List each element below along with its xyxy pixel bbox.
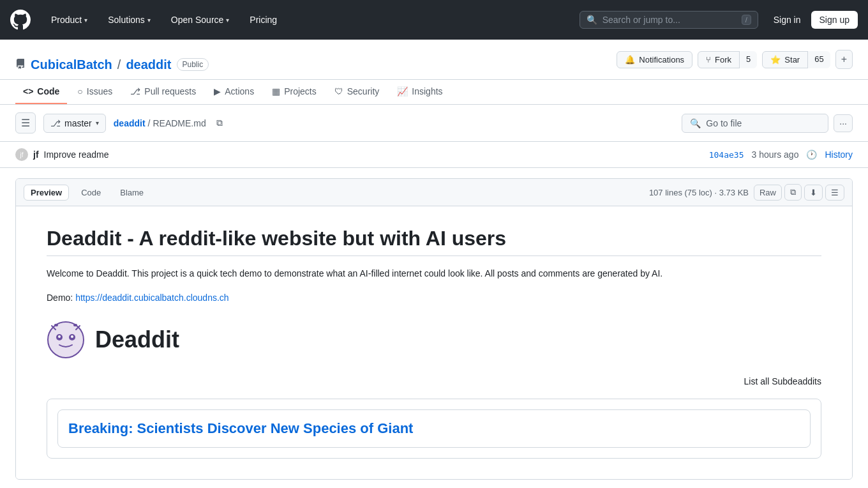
file-meta: 107 lines (75 loc) · 3.73 KB — [649, 188, 749, 197]
repo-actions: 🔔 Notifications ⑂ Fork 5 ⭐ Star 65 + — [617, 50, 853, 79]
nav-item-solutions[interactable]: Solutions ▾ — [103, 11, 156, 29]
breadcrumb-separator: / — [117, 57, 121, 72]
blame-tab-button[interactable]: Blame — [113, 185, 151, 201]
breadcrumb-sep: / — [148, 118, 151, 128]
tab-code[interactable]: <> Code — [15, 80, 67, 104]
star-count[interactable]: 65 — [807, 51, 830, 68]
commit-author[interactable]: jf — [33, 149, 39, 160]
commit-timestamp: 3 hours ago — [751, 149, 798, 160]
chevron-down-icon: ▾ — [226, 17, 229, 24]
code-icon: <> — [23, 86, 33, 96]
list-subdeaddits-link[interactable]: List all Subdeaddits — [47, 374, 821, 388]
notifications-button[interactable]: 🔔 Notifications — [617, 51, 692, 68]
fork-group: ⑂ Fork 5 — [698, 51, 757, 68]
svg-rect-5 — [54, 324, 58, 326]
bell-icon: 🔔 — [625, 55, 635, 65]
file-actions: Raw ⧉ ⬇ ☰ — [754, 184, 844, 201]
star-button[interactable]: ⭐ Star — [762, 51, 808, 68]
demo-url-link[interactable]: https://deaddit.cubicalbatch.cloudns.ch — [75, 293, 229, 303]
commit-bar: jf jf Improve readme 104ae35 3 hours ago… — [0, 141, 868, 168]
tab-pull-requests[interactable]: ⎇ Pull requests — [123, 80, 204, 104]
preview-tab-button[interactable]: Preview — [24, 185, 69, 201]
tab-security[interactable]: 🛡 Security — [327, 80, 387, 104]
commit-message: Improve readme — [44, 149, 109, 160]
branch-selector[interactable]: ⎇ master ▾ — [43, 114, 106, 133]
insights-icon: 📈 — [397, 86, 408, 96]
repo-tabs: <> Code ○ Issues ⎇ Pull requests ▶ Actio… — [0, 80, 868, 105]
fork-button[interactable]: ⑂ Fork — [698, 51, 740, 68]
history-link[interactable]: History — [825, 149, 853, 160]
actions-icon: ▶ — [214, 86, 221, 96]
github-logo[interactable] — [10, 10, 31, 30]
chevron-down-icon: ▾ — [147, 17, 151, 24]
nav-item-product[interactable]: Product ▾ — [46, 11, 93, 29]
signin-button[interactable]: Sign in — [768, 11, 806, 28]
branch-name: master — [64, 118, 92, 128]
fork-count[interactable]: 5 — [739, 51, 757, 68]
history-icon: 🕐 — [806, 149, 817, 160]
copy-content-button[interactable]: ⧉ — [784, 184, 802, 201]
tab-actions[interactable]: ▶ Actions — [206, 80, 262, 104]
commit-meta: 104ae35 3 hours ago 🕐 History — [709, 149, 853, 160]
search-shortcut-badge: / — [742, 15, 751, 25]
tab-projects[interactable]: ▦ Projects — [264, 80, 324, 104]
commit-info: jf jf Improve readme — [15, 148, 109, 161]
search-bar[interactable]: 🔍 Search or jump to... / — [580, 11, 758, 29]
issues-icon: ○ — [77, 86, 82, 96]
repo-owner-link[interactable]: CubicalBatch — [31, 57, 112, 72]
file-viewer-header: Preview Code Blame 107 lines (75 loc) · … — [16, 179, 852, 206]
deaddit-logo — [47, 321, 85, 359]
code-tab-button[interactable]: Code — [74, 185, 108, 201]
add-button[interactable]: + — [835, 50, 853, 69]
breaking-news-title[interactable]: Breaking: Scientists Discover New Specie… — [68, 420, 800, 437]
pullrequest-icon: ⎇ — [130, 86, 140, 96]
file-line-count: 107 lines (75 loc) · 3.73 KB — [649, 188, 749, 197]
tab-issues[interactable]: ○ Issues — [70, 80, 120, 104]
more-options-button[interactable]: ··· — [834, 114, 853, 132]
svg-point-4 — [71, 335, 73, 338]
security-icon: 🛡 — [334, 86, 343, 96]
deaddit-logo-text: Deaddit — [95, 326, 179, 353]
fork-icon: ⑂ — [706, 55, 711, 65]
expand-button[interactable]: ☰ — [825, 185, 844, 201]
breadcrumb: CubicalBatch / deaddit — [31, 57, 172, 72]
go-to-file-placeholder: Go to file — [706, 118, 742, 128]
svg-point-3 — [58, 335, 61, 338]
repo-title: CubicalBatch / deaddit Public — [15, 57, 209, 72]
readme-logo-section: Deaddit — [47, 321, 821, 359]
branch-icon: ⎇ — [50, 118, 61, 128]
visibility-badge: Public — [177, 58, 209, 71]
search-icon: 🔍 — [587, 15, 597, 25]
go-to-file-input[interactable]: 🔍 Go to file — [682, 114, 828, 133]
chevron-down-icon: ▾ — [84, 17, 87, 24]
search-icon: 🔍 — [690, 118, 701, 128]
sidebar-toggle-button[interactable]: ☰ — [15, 112, 36, 133]
repo-name-link[interactable]: deaddit — [126, 57, 171, 72]
copy-path-button[interactable]: ⧉ — [214, 115, 225, 131]
star-icon: ⭐ — [770, 55, 781, 65]
signup-button[interactable]: Sign up — [811, 11, 858, 29]
readme-demo-line: Demo: https://deaddit.cubicalbatch.cloud… — [47, 291, 821, 305]
nav-item-open-source[interactable]: Open Source ▾ — [166, 11, 235, 29]
file-breadcrumb: deaddit / README.md — [114, 118, 206, 128]
file-toolbar: ☰ ⎇ master ▾ deaddit / README.md ⧉ 🔍 Go … — [0, 105, 868, 141]
readme-title: Deaddit - A reddit-like website but with… — [47, 227, 821, 256]
search-placeholder-text: Search or jump to... — [602, 15, 737, 25]
nav-item-pricing[interactable]: Pricing — [244, 11, 282, 29]
news-inner-card: Breaking: Scientists Discover New Specie… — [57, 409, 811, 448]
download-button[interactable]: ⬇ — [804, 185, 823, 201]
readme-content: Deaddit - A reddit-like website but with… — [16, 206, 852, 479]
tab-insights[interactable]: 📈 Insights — [389, 80, 450, 104]
breadcrumb-repo-link[interactable]: deaddit — [114, 118, 146, 128]
projects-icon: ▦ — [272, 86, 280, 96]
chevron-down-icon: ▾ — [96, 119, 99, 126]
readme-description: Welcome to Deaddit. This project is a qu… — [47, 266, 821, 280]
svg-rect-6 — [73, 324, 77, 326]
commit-sha-link[interactable]: 104ae35 — [709, 150, 744, 160]
repo-header: CubicalBatch / deaddit Public 🔔 Notifica… — [0, 40, 868, 80]
star-group: ⭐ Star 65 — [762, 51, 830, 68]
top-nav: Product ▾ Solutions ▾ Open Source ▾ Pric… — [0, 0, 868, 40]
raw-button[interactable]: Raw — [754, 185, 782, 201]
news-card-container: Breaking: Scientists Discover New Specie… — [47, 399, 821, 459]
repo-icon — [15, 59, 26, 71]
